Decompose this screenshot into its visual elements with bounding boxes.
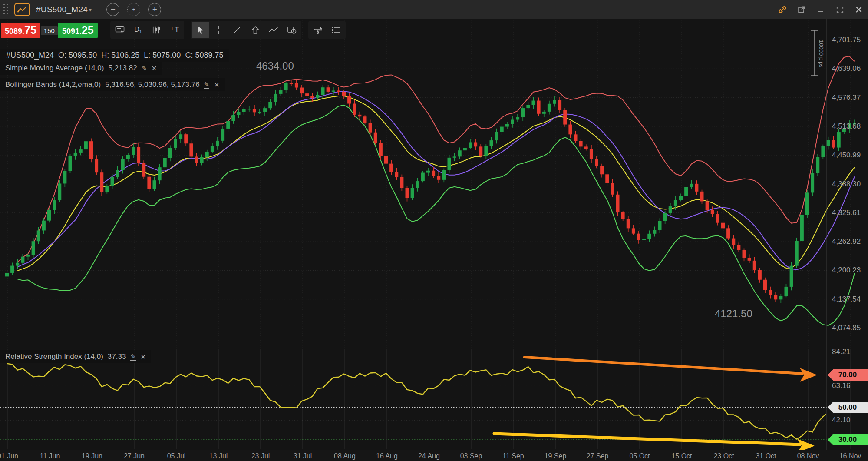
arrow-shape-tool-button[interactable] [247,22,264,38]
close-icon[interactable]: ✕ [151,64,157,73]
edit-icon[interactable]: ✎ [204,81,210,89]
crosshair-tool-button[interactable] [210,22,228,38]
drag-handle-icon[interactable] [3,4,8,15]
trading-terminal-window: #US500_M24 ▾ − + + [0,0,868,461]
quote-panel: 5089.75 150 5091.25 [1,23,98,38]
sma-label: Simple Moving Average (14,0) [5,64,104,73]
minimize-icon[interactable] [816,5,825,14]
edit-icon[interactable]: ✎ [142,65,147,72]
date-label: 11 Sep [498,452,528,460]
open-value: 5095.50 [69,51,97,60]
price-axis-label: 4,639.06 [832,64,861,73]
sma-indicator-pill[interactable]: Simple Moving Average (14,0) 5,213.82 ✎ … [0,62,162,75]
polyline-tool-button[interactable] [265,22,282,38]
rsi-level-badge: 30.00 [828,434,868,445]
edit-icon[interactable]: ✎ [130,353,136,361]
zoom-out-button[interactable]: − [106,3,119,16]
open-in-new-window-icon[interactable] [797,5,806,14]
date-label: 16 Nov [835,452,865,460]
price-axis-label: 4,137.54 [832,295,861,304]
date-label: 03 Sep [456,452,486,460]
object-list-button[interactable] [327,22,345,38]
date-label: 16 Aug [372,452,402,460]
price-axis-label: 4,074.85 [832,324,861,332]
price-axis-label: 4,325.61 [832,209,861,217]
date-label: 13 Jul [203,452,234,460]
price-axis-label: 4,200.23 [832,266,861,275]
chart-type-button[interactable] [111,22,129,38]
bollinger-label: Bollinger Bands (14,2,ema,0) [5,80,101,89]
date-label: 01 Jun [0,452,23,460]
symbol-name: #US500_M24 [36,5,88,14]
price-axis-label: 4,262.92 [832,237,861,246]
date-label: 08 Aug [330,452,360,460]
low-value: 5075.00 [152,51,181,60]
date-label: 11 Jun [35,452,65,460]
bollinger-indicator-pill[interactable]: Bollinger Bands (14,2,ema,0) 5,316.56, 5… [0,78,225,91]
date-label: 05 Oct [624,452,655,460]
date-label: 27 Jun [119,452,149,460]
bid-price: 5089. [5,27,24,36]
price-axis-label: 4,388.30 [832,180,861,189]
close-icon[interactable] [854,5,864,14]
measure-tool-label[interactable]: 10000 pips [818,32,825,76]
high-value: 5106.25 [111,51,139,60]
date-label: 15 Oct [667,452,697,460]
rsi-axis-label: 63.16 [832,381,851,390]
indicators-button[interactable] [148,22,165,38]
ask-price: 5091. [62,27,82,36]
chart-toolbar: D1 ⊤T [110,21,346,39]
date-label: 27 Sep [582,452,613,460]
date-label: 23 Oct [709,452,739,460]
spread-value: 150 [41,26,58,35]
date-label: 23 Jul [245,452,276,460]
price-axis[interactable]: 4,701.754,639.064,576.374,513.684,450.99… [827,19,868,450]
rsi-axis-label: 42.10 [832,416,851,425]
date-label: 05 Jul [161,452,191,460]
auto-scale-button[interactable]: + [127,3,140,16]
chart-logo-icon[interactable] [14,3,30,16]
chevron-down-icon: ▾ [89,6,92,13]
drawn-arrow-annotations[interactable] [494,357,817,453]
ask-price-fraction: 25 [82,24,94,36]
date-label: 24 Aug [414,452,444,460]
timeframe-button[interactable]: D1 [129,22,147,38]
swing-low-annotation[interactable]: 4121.50 [715,308,752,320]
date-label: 08 Nov [793,452,823,460]
cursor-tool-button[interactable] [192,22,209,38]
price-axis-label: 4,576.37 [832,93,861,102]
bid-price-fraction: 75 [24,24,36,36]
rsi-indicator-pill[interactable]: Relative Strength Index (14,0) 37.33 ✎ ✕ [0,350,151,363]
text-tool-button[interactable]: ⊤T [166,22,183,38]
close-value: 5089.75 [195,51,223,60]
ohlc-readout: #US500_M24 O: 5095.50 H: 5106.25 L: 5075… [0,49,229,62]
date-label: 31 Jul [287,452,318,460]
price-axis-label: 4,450.99 [832,151,861,159]
symbol-selector[interactable]: #US500_M24 ▾ [36,5,92,14]
date-label: 19 Jun [77,452,107,460]
window-titlebar: #US500_M24 ▾ − + + [0,0,868,19]
buy-price-button[interactable]: 5091.25 [58,23,98,38]
ohlc-symbol: #US500_M24 [6,51,54,60]
fullscreen-icon[interactable] [835,5,845,14]
link-chart-icon[interactable] [778,5,787,14]
bollinger-values: 5,316.56, 5,030.96, 5,173.76 [105,80,199,89]
rsi-label: Relative Strength Index (14,0) [5,352,103,361]
close-icon[interactable]: ✕ [214,81,219,89]
rsi-axis-label: 84.21 [832,348,851,356]
date-label: 19 Sep [540,452,571,460]
time-axis[interactable]: 01 Jun11 Jun19 Jun27 Jun05 Jul13 Jul23 J… [0,450,868,461]
rsi-value: 37.33 [108,352,126,361]
shapes-tool-button[interactable] [283,22,300,38]
rsi-level-badge: 70.00 [828,369,868,381]
band-high-annotation[interactable]: 4634.00 [256,60,294,72]
price-axis-label: 4,701.75 [832,36,861,44]
rsi-level-badge: 50.00 [828,402,868,413]
sell-price-button[interactable]: 5089.75 [1,23,40,38]
trendline-tool-button[interactable] [228,22,246,38]
sma-value: 5,213.82 [108,64,137,73]
close-icon[interactable]: ✕ [140,353,146,361]
style-brush-button[interactable] [309,22,327,38]
zoom-in-button[interactable]: + [148,3,161,16]
price-axis-label: 4,513.68 [832,122,861,131]
